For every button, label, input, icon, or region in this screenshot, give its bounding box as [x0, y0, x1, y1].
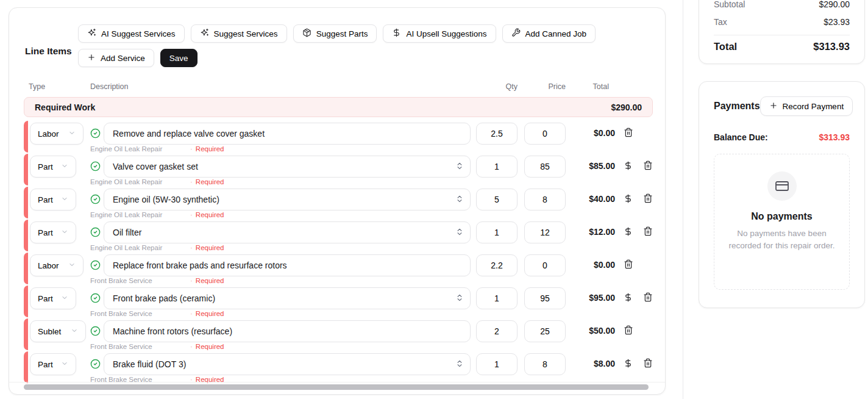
delete-row-button[interactable]	[643, 292, 653, 302]
delete-row-button[interactable]	[624, 325, 633, 335]
qty-input[interactable]	[476, 189, 518, 210]
toolbar-button-suggest-services[interactable]: Suggest Services	[191, 24, 287, 43]
service-name-label: Front Brake Service	[90, 343, 190, 350]
description-field-wrap	[104, 156, 471, 178]
group-header-required-work[interactable]: Required Work $290.00	[24, 97, 653, 117]
sparkles-icon	[200, 28, 209, 39]
description-field-wrap	[104, 353, 471, 375]
description-input[interactable]	[104, 320, 471, 342]
description-input[interactable]	[104, 353, 471, 375]
taxable-toggle-button[interactable]	[624, 293, 633, 302]
description-input[interactable]	[104, 156, 471, 178]
price-input[interactable]	[524, 287, 566, 309]
delete-row-button[interactable]	[643, 226, 653, 236]
taxable-toggle-button[interactable]	[624, 194, 633, 203]
toolbar-button-ai-upsell-suggestions[interactable]: AI Upsell Suggestions	[383, 24, 496, 43]
type-select[interactable]: Labor	[30, 254, 84, 276]
delete-row-button[interactable]	[624, 128, 633, 137]
circle-check-icon	[90, 326, 101, 339]
service-name-label: Front Brake Service	[90, 310, 190, 317]
qty-input[interactable]	[476, 353, 518, 375]
type-select[interactable]: Part	[30, 353, 76, 375]
save-button[interactable]: Save	[160, 49, 197, 67]
credit-card-icon	[767, 171, 797, 201]
price-input[interactable]	[524, 353, 566, 375]
payments-header: Payments Record Payment	[714, 96, 850, 116]
balance-due-amount: $313.93	[819, 132, 850, 142]
description-input[interactable]	[104, 123, 471, 145]
price-input[interactable]	[524, 254, 566, 276]
qty-input[interactable]	[476, 320, 518, 342]
delete-row-button[interactable]	[624, 259, 633, 269]
type-select[interactable]: Part	[30, 221, 76, 243]
qty-input[interactable]	[476, 287, 518, 309]
type-select[interactable]: Part	[30, 189, 76, 210]
toolbar-row-2: Add Service Save	[78, 49, 197, 67]
subtotal-row: Subtotal $290.00	[714, 0, 850, 9]
chevron-down-icon	[61, 228, 68, 237]
plus-icon	[87, 53, 96, 63]
description-input[interactable]	[104, 221, 471, 243]
price-input[interactable]	[524, 123, 566, 145]
description-field-wrap	[104, 221, 471, 243]
chevron-down-icon	[61, 360, 68, 369]
description-input[interactable]	[104, 254, 471, 276]
line-item-row: Part $85.00 Engine Oil Leak Repair ·Requ…	[24, 153, 653, 186]
description-field-wrap	[104, 320, 471, 342]
line-item-row: Sublet $50.00 Front Brake Service ·Requi…	[24, 318, 653, 351]
chevron-down-icon	[71, 327, 78, 336]
row-total: $0.00	[566, 128, 615, 138]
type-select[interactable]: Sublet	[30, 320, 86, 342]
payments-card: Payments Record Payment Balance Due: $31…	[699, 81, 865, 308]
horizontal-scrollbar[interactable]	[24, 384, 649, 390]
column-header-price: Price	[524, 82, 566, 91]
qty-input[interactable]	[476, 254, 518, 276]
taxable-toggle-button[interactable]	[624, 227, 633, 236]
qty-input[interactable]	[476, 123, 518, 145]
plus-icon	[769, 101, 778, 112]
required-ribbon	[24, 351, 28, 383]
chevrons-up-down-icon	[455, 162, 464, 173]
line-item-row: Labor $0.00 Front Brake Service ·Require…	[24, 252, 653, 285]
type-select[interactable]: Labor	[30, 123, 84, 145]
column-header-type: Type	[29, 82, 45, 91]
description-input[interactable]	[104, 189, 471, 210]
subtotal-value: $290.00	[819, 0, 850, 9]
circle-check-icon	[90, 227, 101, 240]
line-item-row: Part $8.00 Front Brake Service ·Required	[24, 351, 653, 384]
service-name-label: Front Brake Service	[90, 277, 190, 284]
delete-row-button[interactable]	[643, 160, 653, 170]
price-input[interactable]	[524, 189, 566, 210]
column-header-total: Total	[560, 82, 609, 91]
chevron-down-icon	[61, 162, 68, 171]
price-input[interactable]	[524, 156, 566, 178]
toolbar-button-add-canned-job[interactable]: Add Canned Job	[502, 24, 596, 43]
price-input[interactable]	[524, 320, 566, 342]
qty-input[interactable]	[476, 221, 518, 243]
description-field-wrap	[104, 287, 471, 309]
chevrons-up-down-icon	[455, 359, 464, 370]
delete-row-button[interactable]	[643, 358, 653, 368]
required-flag: ·Required	[190, 145, 224, 153]
type-select[interactable]: Part	[30, 287, 76, 309]
add-service-button[interactable]: Add Service	[78, 49, 154, 67]
group-total: $290.00	[611, 102, 642, 112]
toolbar-button-suggest-parts[interactable]: Suggest Parts	[293, 24, 377, 43]
row-total: $8.00	[566, 359, 615, 368]
record-payment-button[interactable]: Record Payment	[760, 96, 853, 116]
taxable-toggle-button[interactable]	[624, 359, 633, 368]
taxable-toggle-button[interactable]	[624, 161, 633, 170]
totals-card: Subtotal $290.00 Tax $23.93 Total $313.9…	[699, 0, 865, 64]
line-items-card: Line Items AI Suggest ServicesSuggest Se…	[9, 7, 666, 395]
required-flag: ·Required	[190, 277, 224, 284]
price-input[interactable]	[524, 221, 566, 243]
empty-state-title: No payments	[751, 211, 812, 222]
qty-input[interactable]	[476, 156, 518, 178]
payments-title: Payments	[714, 101, 760, 112]
line-item-row: Part $12.00 Engine Oil Leak Repair ·Requ…	[24, 219, 653, 252]
delete-row-button[interactable]	[643, 193, 653, 203]
description-input[interactable]	[104, 287, 471, 309]
toolbar-button-ai-suggest-services[interactable]: AI Suggest Services	[78, 24, 185, 43]
type-select[interactable]: Part	[30, 156, 76, 178]
line-item-row: Part $95.00 Front Brake Service ·Require…	[24, 285, 653, 318]
